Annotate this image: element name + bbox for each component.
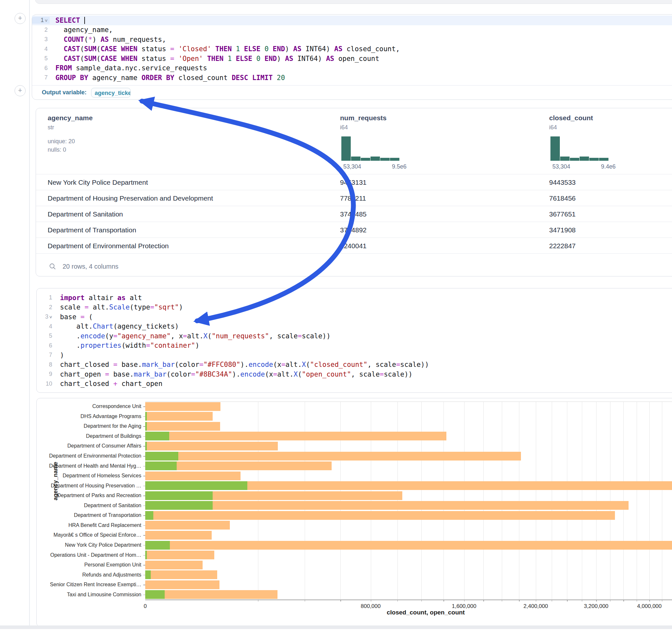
column-header-agency_name[interactable]: agency_name	[48, 114, 93, 122]
line-number: 3	[32, 36, 50, 43]
histogram-bar	[351, 156, 360, 161]
line-number: 7	[32, 74, 50, 81]
sql-cell-line[interactable]: 4 CAST(SUM(CASE WHEN status = 'Closed' T…	[32, 44, 672, 54]
column-header-num_requests[interactable]: num_requests	[340, 114, 387, 122]
closed-count-bar	[145, 590, 278, 599]
y-axis-label: Department of Buildings	[37, 433, 141, 439]
gridline	[464, 402, 464, 600]
sql-cell-line[interactable]: 5 CAST(SUM(CASE WHEN status = 'Open' THE…	[32, 54, 672, 64]
y-axis-tick	[143, 515, 145, 516]
open-count-bar	[145, 491, 213, 500]
python-editor[interactable]: 1import altair as alt2scale = alt.Scale(…	[37, 293, 672, 389]
histogram-bar	[550, 137, 560, 161]
result-table: agency_namestrunique: 20nulls: 0num_requ…	[35, 108, 672, 276]
output-variable-label: Output variable:	[42, 89, 87, 96]
code-text: )	[54, 351, 64, 359]
add-cell-button-middle[interactable]: +	[15, 85, 26, 96]
closed-count-bar	[145, 571, 217, 579]
y-axis-label: Senior Citizen Rent Increase Exempti…	[37, 582, 141, 587]
code-text: base = (	[54, 313, 93, 321]
add-cell-button-top[interactable]: +	[15, 13, 26, 24]
horizontal-scrollbar[interactable]	[0, 626, 672, 629]
open-count-bar	[145, 422, 147, 431]
table-row[interactable]: New York City Police Department945313194…	[36, 174, 672, 190]
collapse-caret-icon[interactable]: ∨	[49, 315, 52, 319]
gridline	[340, 402, 341, 600]
table-row[interactable]: Department of Transportation377489234719…	[36, 222, 672, 238]
code-text: CAST(SUM(CASE WHEN status = 'Closed' THE…	[50, 45, 400, 53]
gridline	[662, 402, 662, 600]
python-cell-line[interactable]: 2scale = alt.Scale(type="sqrt")	[37, 303, 672, 312]
x-axis-tick-label: 2,400,000	[524, 603, 548, 610]
open-count-bar	[145, 461, 177, 470]
column-header-closed_count[interactable]: closed_count	[549, 114, 593, 122]
y-axis-tick	[143, 406, 145, 407]
y-axis-label: Department of Environmental Protection	[37, 453, 141, 459]
open-count-bar	[145, 501, 213, 510]
y-axis-label: Department of Transportation	[37, 512, 141, 518]
sql-cell-line[interactable]: 7GROUP BY agency_name ORDER BY closed_co…	[32, 73, 672, 83]
sql-cell-line[interactable]: 6FROM sample_data.nyc.service_requests	[32, 64, 672, 73]
code-text: agency_name,	[50, 26, 113, 34]
gridline	[623, 402, 624, 600]
python-cell: 1import altair as alt2scale = alt.Scale(…	[36, 288, 672, 393]
closed-count-bar	[145, 471, 241, 480]
open-count-bar	[145, 551, 147, 559]
sql-editor[interactable]: 1∨SELECT 2 agency_name,3 COUNT(*) AS num…	[32, 16, 672, 83]
column-histogram	[341, 137, 400, 161]
y-axis-label: Taxi and Limousine Commission	[37, 592, 141, 598]
closed-count-bar	[145, 501, 628, 510]
table-cell: 3749485	[340, 206, 367, 222]
code-text: GROUP BY agency_name ORDER BY closed_cou…	[50, 74, 285, 82]
table-cell: New York City Police Department	[48, 174, 148, 190]
column-stat: unique: 20	[48, 138, 75, 145]
sql-cell-line[interactable]: 3 COUNT(*) AS num_requests,	[32, 35, 672, 44]
code-text: FROM sample_data.nyc.service_requests	[50, 64, 207, 72]
sql-cell-line[interactable]: 2 agency_name,	[32, 25, 672, 35]
python-cell-line[interactable]: 6 .properties(width="container")	[37, 341, 672, 350]
code-text: CAST(SUM(CASE WHEN status = 'Open' THEN …	[50, 55, 379, 63]
python-cell-line[interactable]: 5 .encode(y="agency_name", x=alt.X("num_…	[37, 331, 672, 341]
open-count-bar	[145, 541, 170, 550]
gridline	[398, 402, 398, 600]
collapse-caret-icon[interactable]: ∨	[44, 18, 48, 23]
python-cell-line[interactable]: 10chart_closed + chart_open	[37, 379, 672, 389]
python-cell-line[interactable]: 3∨base = (	[37, 312, 672, 322]
python-cell-line[interactable]: 1import altair as alt	[37, 293, 672, 303]
table-row[interactable]: Department of Housing Preservation and D…	[36, 190, 672, 206]
gridline	[305, 402, 305, 600]
search-icon[interactable]	[49, 263, 56, 270]
sql-cell-line[interactable]: 1∨SELECT	[32, 16, 672, 25]
table-row[interactable]: Department of Environmental Protection22…	[36, 238, 672, 254]
histogram-bar	[370, 156, 380, 161]
line-number: 2	[37, 304, 54, 311]
gridline	[536, 402, 536, 600]
line-number: 6	[32, 65, 50, 72]
table-cell: 3471908	[549, 222, 576, 238]
table-row[interactable]: Department of Sanitation37494853677651	[36, 206, 672, 222]
code-text: .encode(y="agency_name", x=alt.X("num_re…	[54, 332, 331, 340]
python-cell-line[interactable]: 4 alt.Chart(agency_tickets)	[37, 322, 672, 332]
gridline	[596, 402, 597, 600]
table-body: New York City Police Department945313194…	[36, 174, 672, 253]
column-type: str	[48, 124, 54, 131]
bar-chart: Correspondence UnitDHS Advantage Program…	[37, 398, 672, 626]
y-axis-label: Department of Consumer Affairs	[37, 443, 141, 449]
y-axis-label: Operations Unit - Department of Hom…	[37, 552, 141, 558]
plot-top-border	[145, 402, 672, 402]
python-cell-line[interactable]: 7)	[37, 350, 672, 360]
closed-count-bar	[145, 561, 202, 570]
python-cell-line[interactable]: 8chart_closed = base.mark_bar(color="#FF…	[37, 360, 672, 370]
closed-count-bar	[145, 422, 220, 431]
closed-count-bar	[145, 541, 672, 550]
y-axis-tick	[143, 426, 145, 427]
line-number: 2	[32, 27, 50, 33]
y-axis-label: Correspondence Unit	[37, 404, 141, 409]
output-variable-pill[interactable]: agency_tickets	[91, 88, 130, 98]
open-count-bar	[145, 511, 153, 520]
code-text: scale = alt.Scale(type="sqrt")	[54, 303, 183, 311]
histogram-bar	[599, 158, 608, 161]
gridline	[552, 402, 552, 600]
python-cell-line[interactable]: 9chart_open = base.mark_bar(color="#8BC3…	[37, 369, 672, 379]
y-axis-tick	[143, 416, 145, 417]
